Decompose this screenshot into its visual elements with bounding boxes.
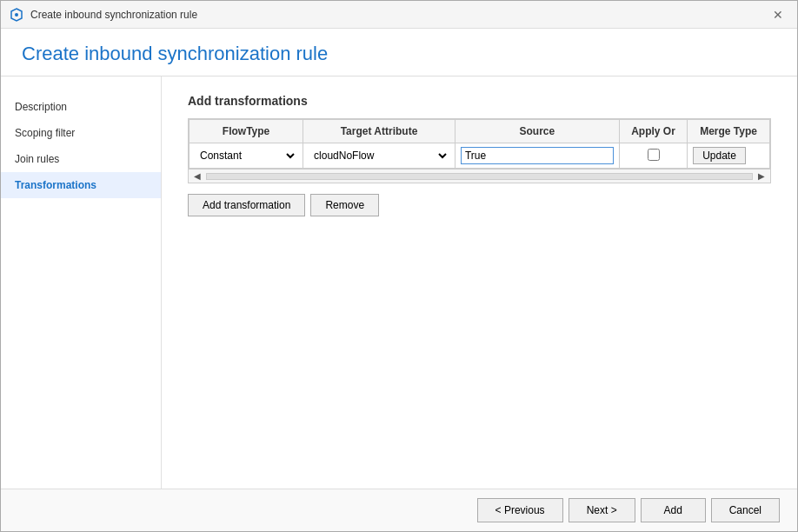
add-transformation-button[interactable]: Add transformation [188,194,305,216]
flow-type-select[interactable]: Constant Direct Expression [195,147,297,164]
scroll-left-icon[interactable]: ◀ [190,171,204,181]
add-button[interactable]: Add [641,498,706,522]
sidebar-item-join-rules[interactable]: Join rules [1,146,161,172]
merge-type-cell[interactable]: Update [688,143,770,169]
col-header-flow-type: FlowType [190,120,303,143]
window-title: Create inbound synchronization rule [30,9,197,21]
scroll-right-icon[interactable]: ▶ [755,171,768,181]
merge-type-button[interactable]: Update [693,147,746,164]
right-panel: Add transformations FlowType Target Attr… [162,76,797,489]
next-button[interactable]: Next > [569,498,635,522]
sidebar-item-transformations[interactable]: Transformations [1,172,161,198]
col-header-apply-once: Apply Or [619,120,687,143]
col-header-target-attribute: Target Attribute [303,120,456,143]
close-button[interactable]: ✕ [768,7,788,23]
main-window: Create inbound synchronization rule ✕ Cr… [0,0,798,532]
top-section: Create inbound synchronization rule [1,29,797,76]
sidebar-item-scoping-filter[interactable]: Scoping filter [1,120,161,146]
page-title: Create inbound synchronization rule [22,43,776,65]
sidebar: Description Scoping filter Join rules Tr… [1,76,162,489]
target-attribute-select[interactable]: cloudNoFlow [309,147,449,164]
title-bar: Create inbound synchronization rule ✕ [1,1,797,29]
sidebar-item-description[interactable]: Description [1,94,161,120]
section-title: Add transformations [188,94,771,108]
previous-button[interactable]: < Previous [477,498,563,522]
title-bar-left: Create inbound synchronization rule [10,8,197,22]
col-header-source: Source [455,120,619,143]
flow-type-cell[interactable]: Constant Direct Expression [190,143,303,169]
table-header-row: FlowType Target Attribute Source Apply O… [190,120,770,143]
scrollbar-track[interactable] [206,173,753,180]
table-row: Constant Direct Expression cloudNoFlow [190,143,770,169]
target-attribute-cell[interactable]: cloudNoFlow [303,143,456,169]
panel-body: Add transformations FlowType Target Attr… [162,76,797,489]
col-header-merge-type: Merge Type [688,120,770,143]
horizontal-scrollbar[interactable]: ◀ ▶ [189,169,770,183]
close-icon: ✕ [773,8,783,22]
app-icon [10,8,23,22]
remove-button[interactable]: Remove [310,194,379,216]
middle-section: Description Scoping filter Join rules Tr… [1,76,797,489]
transformations-table: FlowType Target Attribute Source Apply O… [189,119,770,169]
source-input[interactable] [461,147,614,164]
transformations-table-container: FlowType Target Attribute Source Apply O… [188,118,771,183]
footer: < Previous Next > Add Cancel [1,489,797,531]
source-cell[interactable] [455,143,619,169]
apply-once-checkbox[interactable] [648,149,660,161]
cancel-button[interactable]: Cancel [711,498,780,522]
window-content: Create inbound synchronization rule Desc… [1,29,797,531]
svg-point-1 [15,13,18,17]
apply-once-cell[interactable] [619,143,687,169]
action-buttons: Add transformation Remove [188,194,771,216]
